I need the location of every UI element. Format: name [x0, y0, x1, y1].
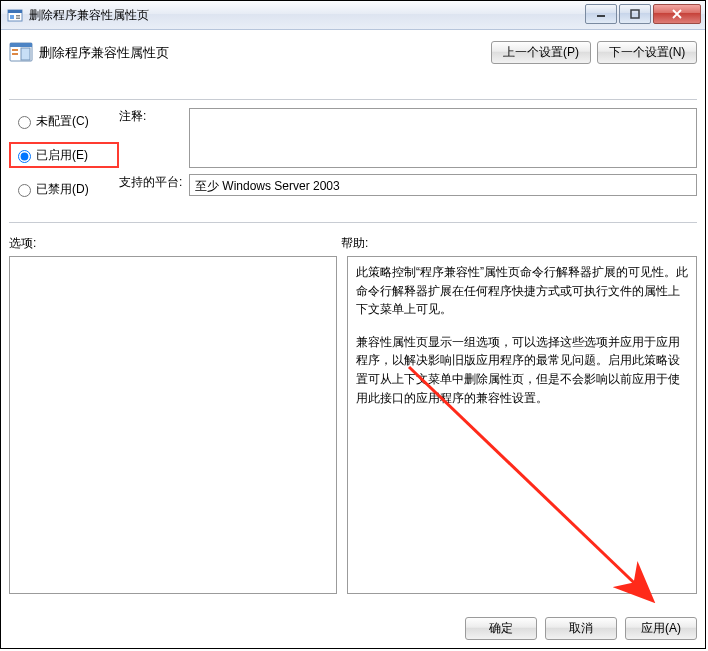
svg-rect-1 [8, 10, 22, 13]
client-area: 删除程序兼容性属性页 上一个设置(P) 下一个设置(N) 未配置(C) 已启用(… [9, 37, 697, 640]
radio-disabled[interactable]: 已禁用(D) [9, 176, 119, 202]
page-title: 删除程序兼容性属性页 [39, 41, 169, 62]
previous-setting-button[interactable]: 上一个设置(P) [491, 41, 591, 64]
options-pane[interactable] [9, 256, 337, 594]
cancel-button[interactable]: 取消 [545, 617, 617, 640]
app-icon [7, 7, 23, 23]
minimize-button[interactable] [585, 4, 617, 24]
maximize-button[interactable] [619, 4, 651, 24]
svg-rect-10 [12, 49, 18, 51]
radio-enabled[interactable]: 已启用(E) [9, 142, 119, 168]
close-button[interactable] [653, 4, 701, 24]
divider [9, 222, 697, 223]
policy-icon [9, 41, 33, 63]
divider [9, 99, 697, 100]
ok-button[interactable]: 确定 [465, 617, 537, 640]
radio-enabled-input[interactable] [18, 150, 31, 163]
svg-rect-11 [12, 53, 18, 55]
supported-value: 至少 Windows Server 2003 [189, 174, 697, 196]
svg-rect-3 [16, 15, 20, 17]
svg-rect-6 [631, 10, 639, 18]
comment-label: 注释: [119, 108, 189, 168]
help-label: 帮助: [341, 235, 368, 252]
radio-disabled-label: 已禁用(D) [36, 181, 89, 198]
help-pane[interactable]: 此策略控制“程序兼容性”属性页命令行解释器扩展的可见性。此命令行解释器扩展在任何… [347, 256, 697, 594]
radio-not-configured-label: 未配置(C) [36, 113, 89, 130]
radio-not-configured-input[interactable] [18, 116, 31, 129]
comment-input[interactable] [189, 108, 697, 168]
help-paragraph: 此策略控制“程序兼容性”属性页命令行解释器扩展的可见性。此命令行解释器扩展在任何… [356, 263, 688, 319]
apply-button[interactable]: 应用(A) [625, 617, 697, 640]
next-setting-button[interactable]: 下一个设置(N) [597, 41, 697, 64]
radio-not-configured[interactable]: 未配置(C) [9, 108, 119, 134]
supported-label: 支持的平台: [119, 174, 189, 196]
dialog-window: 删除程序兼容性属性页 [0, 0, 706, 649]
svg-rect-8 [10, 43, 32, 47]
radio-enabled-label: 已启用(E) [36, 147, 88, 164]
options-label: 选项: [9, 235, 341, 252]
title-bar: 删除程序兼容性属性页 [1, 1, 705, 30]
svg-rect-5 [597, 15, 605, 17]
svg-rect-2 [10, 15, 14, 19]
state-radio-group: 未配置(C) 已启用(E) 已禁用(D) [9, 108, 119, 210]
help-paragraph: 兼容性属性页显示一组选项，可以选择这些选项并应用于应用程序，以解决影响旧版应用程… [356, 333, 688, 407]
svg-rect-4 [16, 18, 20, 20]
svg-rect-9 [21, 48, 30, 60]
radio-disabled-input[interactable] [18, 184, 31, 197]
